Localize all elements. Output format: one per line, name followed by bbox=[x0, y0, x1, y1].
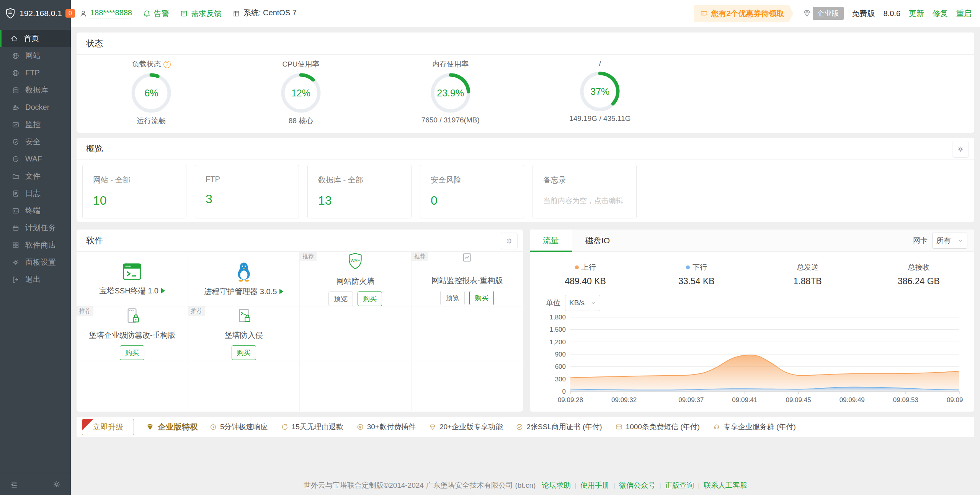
help-icon[interactable]: ? bbox=[163, 61, 171, 68]
benefit-service-group[interactable]: 专享企业服务群 (年付) bbox=[713, 422, 796, 432]
sidebar-item-cron[interactable]: 计划任务 bbox=[0, 219, 71, 236]
alarm-link[interactable]: 告警 bbox=[143, 8, 169, 19]
netcard-select[interactable]: 所有 bbox=[932, 233, 967, 249]
benefit-response[interactable]: 5分钟极速响应 bbox=[209, 422, 268, 432]
gauge-memory[interactable]: 内存使用率 23.9% 7650 / 31976(MB) bbox=[376, 59, 525, 126]
status-panel: 状态 负载状态? 6% 运行流畅 CPU使用率 12% 88 核心 内存使用率 … bbox=[77, 33, 974, 133]
software-grid: 宝塔SSH终端 1.0 进程守护管理器 3.0.5 推荐 WAF 网站防火墙 预… bbox=[77, 252, 523, 411]
sidebar-item-ftp[interactable]: FTP bbox=[0, 64, 71, 81]
update-link[interactable]: 更新 bbox=[909, 8, 924, 19]
overview-settings-button[interactable] bbox=[952, 141, 969, 158]
stat-download: 下行 33.54 KB bbox=[641, 262, 752, 287]
enterprise-badge[interactable]: 企业版 bbox=[802, 7, 844, 20]
upgrade-now-button[interactable]: 立即升级 bbox=[82, 419, 134, 435]
card-security-risk[interactable]: 安全风险 0 bbox=[420, 165, 524, 218]
sidebar-item-logout[interactable]: 退出 bbox=[0, 271, 71, 288]
software-settings-button[interactable] bbox=[501, 233, 518, 249]
sidebar-item-waf[interactable]: WAF bbox=[0, 150, 71, 168]
folder-icon bbox=[12, 173, 20, 180]
stat-total-sent: 总发送 1.88TB bbox=[752, 262, 863, 287]
gauge-disk-root[interactable]: / 37% 149.19G / 435.11G bbox=[525, 59, 675, 126]
software-empty-cell bbox=[188, 360, 300, 411]
software-item-process-guard[interactable]: 进程守护管理器 3.0.5 bbox=[188, 252, 300, 306]
system-label: 系统: CentOS 7 bbox=[243, 8, 297, 19]
software-item-intrusion-prevention[interactable]: 推荐 堡塔防入侵 购买 bbox=[188, 306, 300, 360]
database-icon bbox=[12, 86, 20, 94]
footer-link-manual[interactable]: 使用手册 bbox=[580, 481, 609, 489]
footer-link-forum[interactable]: 论坛求助 bbox=[542, 481, 571, 489]
user-account[interactable]: 188****8888 bbox=[79, 8, 132, 18]
benefit-plugins[interactable]: 30+款付费插件 bbox=[356, 422, 416, 432]
sidebar-item-logs[interactable]: 日志 bbox=[0, 185, 71, 202]
traffic-area-chart[interactable]: 03006009001,2001,5001,80009:09:2809:09:3… bbox=[541, 312, 964, 407]
unit-select[interactable]: KB/s bbox=[565, 295, 600, 311]
recommend-tag: 推荐 bbox=[300, 252, 317, 261]
logout-icon bbox=[12, 276, 20, 283]
message-count-badge[interactable]: 0 bbox=[65, 9, 75, 18]
gauge-label: 负载状态 bbox=[132, 59, 161, 69]
card-value: 13 bbox=[318, 194, 401, 208]
buy-button[interactable]: 购买 bbox=[469, 291, 494, 305]
buy-button[interactable]: 购买 bbox=[232, 345, 256, 360]
software-empty-cell bbox=[77, 360, 188, 411]
benefit-ssl[interactable]: 2张SSL商用证书 (年付) bbox=[516, 422, 602, 432]
software-item-ssh-terminal[interactable]: 宝塔SSH终端 1.0 bbox=[77, 252, 188, 306]
card-memo[interactable]: 备忘录 当前内容为空，点击编辑 bbox=[532, 165, 637, 218]
running-play-icon bbox=[279, 289, 283, 294]
buy-button[interactable]: 购买 bbox=[120, 345, 144, 360]
download-dot-icon bbox=[686, 265, 690, 269]
coin-icon bbox=[356, 423, 364, 431]
sidebar-item-label: 监控 bbox=[25, 119, 41, 130]
repair-link[interactable]: 修复 bbox=[933, 8, 948, 19]
overview-cards: 网站 - 全部 10 FTP 3 数据库 - 全部 13 安全风险 0 备忘录 … bbox=[77, 160, 974, 218]
card-websites[interactable]: 网站 - 全部 10 bbox=[82, 165, 186, 218]
sidebar-item-label: 软件商店 bbox=[25, 240, 56, 250]
sidebar-item-home[interactable]: 首页 bbox=[0, 30, 71, 47]
svg-text:600: 600 bbox=[555, 363, 566, 370]
theme-gear-icon[interactable] bbox=[52, 480, 61, 488]
collapse-menu-icon[interactable] bbox=[10, 480, 18, 488]
sidebar-item-website[interactable]: 网站 bbox=[0, 47, 71, 64]
sidebar-item-terminal[interactable]: 终端 bbox=[0, 202, 71, 219]
software-item-tamper-proof[interactable]: 推荐 堡塔企业级防篡改-重构版 购买 bbox=[77, 306, 188, 360]
sidebar-item-security[interactable]: 安全 bbox=[0, 133, 71, 150]
benefit-sms[interactable]: 1000条免费短信 (年付) bbox=[615, 422, 700, 432]
sidebar-item-docker[interactable]: Docker bbox=[0, 99, 71, 116]
footer-link-genuine[interactable]: 正版查询 bbox=[665, 481, 694, 489]
enterprise-tag: 企业版 bbox=[813, 7, 844, 20]
svg-text:09:09:53: 09:09:53 bbox=[893, 396, 918, 404]
card-databases[interactable]: 数据库 - 全部 13 bbox=[307, 165, 412, 218]
preview-button[interactable]: 预览 bbox=[328, 291, 353, 306]
software-item-monitor-report[interactable]: 推荐 网站监控报表-重构版 预览 购买 bbox=[412, 252, 523, 306]
software-item-waf[interactable]: 推荐 WAF 网站防火墙 预览 购买 bbox=[300, 252, 412, 306]
topbar: 188****8888 告警 需求反馈 系统: CentOS 7 您有2个优惠券… bbox=[71, 0, 980, 27]
sidebar-item-label: 文件 bbox=[25, 171, 41, 181]
sidebar-item-database[interactable]: 数据库 bbox=[0, 81, 71, 99]
buy-button[interactable]: 购买 bbox=[358, 291, 382, 306]
svg-text:1,500: 1,500 bbox=[549, 326, 566, 333]
sidebar-item-files[interactable]: 文件 bbox=[0, 168, 71, 185]
tab-traffic[interactable]: 流量 bbox=[530, 230, 572, 252]
sidebar-item-appstore[interactable]: 软件商店 bbox=[0, 236, 71, 254]
footer-link-support[interactable]: 联系人工客服 bbox=[704, 481, 747, 489]
report-chart-icon bbox=[462, 252, 472, 262]
tab-disk-io[interactable]: 磁盘IO bbox=[572, 230, 623, 252]
system-info[interactable]: 系统: CentOS 7 bbox=[232, 8, 297, 19]
feedback-link[interactable]: 需求反馈 bbox=[180, 8, 222, 19]
card-ftp[interactable]: FTP 3 bbox=[195, 165, 299, 218]
netcard-control: 网卡 所有 bbox=[913, 233, 974, 249]
gauge-cpu[interactable]: CPU使用率 12% 88 核心 bbox=[226, 59, 376, 126]
coupon-banner[interactable]: 您有2个优惠券待领取 bbox=[694, 5, 793, 22]
footer-link-wechat[interactable]: 微信公众号 bbox=[619, 481, 655, 489]
gauge-load[interactable]: 负载状态? 6% 运行流畅 bbox=[77, 59, 226, 126]
restart-link[interactable]: 重启 bbox=[956, 8, 972, 19]
svg-text:300: 300 bbox=[555, 376, 566, 383]
sidebar-item-monitor[interactable]: 监控 bbox=[0, 116, 71, 133]
preview-button[interactable]: 预览 bbox=[440, 291, 465, 305]
sidebar-item-settings[interactable]: 面板设置 bbox=[0, 254, 71, 271]
software-name: 堡塔防入侵 bbox=[225, 330, 263, 340]
benefit-features[interactable]: 20+企业版专享功能 bbox=[429, 422, 503, 432]
copyright-text: 世外云与宝塔联合定制版©2014-2024 广东堡塔安全技术有限公司 (bt.c… bbox=[304, 481, 536, 489]
unit-label: 单位 bbox=[546, 298, 560, 308]
benefit-refund[interactable]: 15天无理由退款 bbox=[281, 422, 343, 432]
